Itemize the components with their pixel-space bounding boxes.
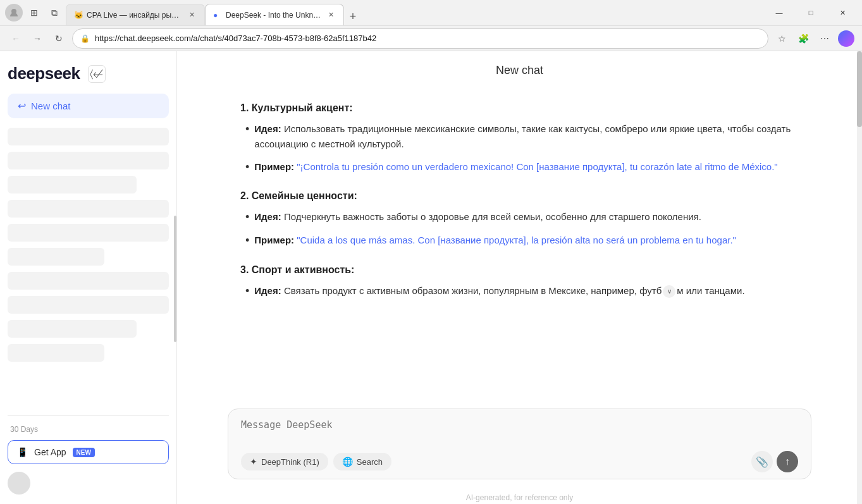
deepthink-label: DeepThink (R1) (261, 457, 319, 467)
thirty-days-label: 30 Days (8, 424, 169, 435)
sidebar-logo: deepseek 〈↚ (8, 61, 169, 86)
search-label: Search (357, 457, 383, 467)
history-item[interactable] (8, 344, 104, 362)
section2-item1-text: Идея: Подчеркнуть важность заботы о здор… (254, 209, 701, 224)
deepthink-button[interactable]: ✦ DeepThink (R1) (241, 453, 328, 470)
tab1-title: CPA Live — инсайды рынка (87, 11, 183, 20)
bullet-icon: • (245, 233, 249, 249)
search-icon: 🌐 (342, 457, 353, 467)
section-sport: 3. Спорт и активность: • Идея: Связать п… (240, 264, 799, 299)
history-item[interactable] (8, 176, 137, 194)
ai-disclaimer: AI-generated, for reference only (177, 489, 862, 504)
history-item[interactable] (8, 296, 169, 314)
expand-icon[interactable]: ∨ (663, 285, 675, 298)
input-right-actions: 📎 ↑ (751, 451, 798, 472)
user-avatar[interactable] (8, 472, 30, 495)
section3-heading: 3. Спорт и активность: (240, 264, 799, 276)
close-button[interactable]: ✕ (828, 3, 857, 23)
section2-item2-text: Пример: "Cuida a los que más amas. Con [… (254, 233, 736, 248)
bullet-icon: • (245, 209, 249, 225)
minimize-button[interactable]: — (765, 3, 794, 23)
section1-item1: • Идея: Использовать традиционные мексик… (245, 121, 799, 152)
history-item[interactable] (8, 152, 169, 169)
section2-item1: • Идея: Подчеркнуть важность заботы о зд… (245, 209, 799, 225)
history-item[interactable] (8, 128, 169, 145)
idea-label: Идея: (254, 211, 281, 222)
collapse-icon: 〈↚ (90, 68, 103, 80)
chat-area: 1. Культурный акцент: • Идея: Использова… (177, 90, 862, 401)
sidebar-bottom: 30 Days 📱 Get App NEW (8, 415, 169, 495)
refresh-button[interactable]: ↻ (51, 30, 67, 47)
browser-tab-1[interactable]: 🐱 CPA Live — инсайды рынка ✕ (66, 4, 205, 25)
input-actions: ✦ DeepThink (R1) 🌐 Search 📎 ↑ (241, 451, 798, 472)
new-tab-button[interactable]: + (344, 8, 362, 25)
bullet-icon: • (245, 159, 249, 175)
section2-item2: • Пример: "Cuida a los que más amas. Con… (245, 233, 799, 249)
tab2-title: DeepSeek - Into the Unknown (226, 11, 322, 20)
browser-tab-2[interactable]: ● DeepSeek - Into the Unknown ✕ (205, 4, 344, 25)
example-label: Пример: (254, 161, 294, 172)
browser-menu-icon[interactable]: ⊞ (25, 4, 43, 22)
main-title: New chat (496, 64, 543, 77)
new-chat-button[interactable]: ↩ New chat (8, 94, 169, 118)
browser-addressbar: ← → ↻ 🔒 https://chat.deepseek.com/a/chat… (0, 25, 862, 51)
send-button[interactable]: ↑ (777, 451, 798, 472)
search-button[interactable]: 🌐 Search (333, 453, 391, 470)
tab2-favicon: ● (213, 11, 222, 20)
section3-item1-text: Идея: Связать продукт с активным образом… (254, 283, 744, 298)
idea-label: Идея: (254, 123, 281, 134)
section-family: 2. Семейные ценности: • Идея: Подчеркнут… (240, 190, 799, 249)
logo-text: deepseek (8, 64, 80, 83)
history-item[interactable] (8, 248, 104, 266)
get-app-button[interactable]: 📱 Get App NEW (8, 440, 169, 464)
phone-icon: 📱 (17, 447, 28, 457)
address-bar[interactable]: 🔒 https://chat.deepseek.com/a/chat/s/40d… (72, 28, 768, 49)
forward-button[interactable]: → (29, 30, 46, 47)
tab1-favicon: 🐱 (74, 11, 83, 20)
section1-list: • Идея: Использовать традиционные мексик… (240, 121, 799, 175)
bullet-icon: • (245, 283, 249, 299)
extension-icon[interactable]: 🧩 (795, 30, 811, 47)
input-area: ✦ DeepThink (R1) 🌐 Search 📎 ↑ (177, 401, 862, 489)
new-badge: NEW (73, 448, 95, 457)
window-controls: — □ ✕ (765, 3, 857, 23)
message-input[interactable] (241, 418, 798, 443)
history-item[interactable] (8, 224, 169, 242)
input-box: ✦ DeepThink (R1) 🌐 Search 📎 ↑ (228, 409, 811, 479)
browser-more-icon[interactable]: ⋯ (816, 30, 833, 47)
sidebar: deepseek 〈↚ ↩ New chat 30 Days 📱 (0, 51, 177, 504)
bullet-icon: • (245, 121, 249, 137)
history-item[interactable] (8, 200, 169, 218)
section1-heading: 1. Культурный акцент: (240, 102, 799, 114)
profile-icon[interactable] (838, 30, 854, 47)
history-item[interactable] (8, 320, 137, 338)
main-header: New chat (177, 51, 862, 90)
sidebar-collapse-button[interactable]: 〈↚ (88, 65, 106, 83)
history-item[interactable] (8, 272, 169, 290)
example-label: Пример: (254, 235, 294, 245)
app-container: deepseek 〈↚ ↩ New chat 30 Days 📱 (0, 51, 862, 504)
browser-tabs: 🐱 CPA Live — инсайды рынка ✕ ● DeepSeek … (66, 0, 762, 25)
new-chat-icon: ↩ (18, 100, 26, 112)
deepthink-icon: ✦ (250, 457, 257, 467)
browser-tab-manage-icon[interactable]: ⧉ (46, 4, 63, 22)
sidebar-scrollbar[interactable] (174, 216, 176, 342)
new-chat-label: New chat (31, 101, 71, 111)
back-button[interactable]: ← (8, 30, 24, 47)
get-app-label: Get App (34, 447, 66, 457)
bookmark-icon[interactable]: ☆ (773, 30, 790, 47)
section3-item1: • Идея: Связать продукт с активным образ… (245, 283, 799, 299)
browser-chrome: ⊞ ⧉ 🐱 CPA Live — инсайды рынка ✕ ● DeepS… (0, 0, 862, 51)
main-content: New chat 1. Культурный акцент: • Идея: И… (177, 51, 862, 504)
section-cultural: 1. Культурный акцент: • Идея: Использова… (240, 102, 799, 175)
attach-button[interactable]: 📎 (751, 451, 773, 472)
idea-label: Идея: (254, 285, 281, 296)
section1-item1-text: Идея: Использовать традиционные мексикан… (254, 121, 799, 152)
section1-item2: • Пример: "¡Controla tu presión como un … (245, 159, 799, 175)
maximize-button[interactable]: □ (796, 3, 825, 23)
section2-heading: 2. Семейные ценности: (240, 190, 799, 202)
browser-avatar-icon (5, 4, 23, 22)
url-text: https://chat.deepseek.com/a/chat/s/40d73… (95, 34, 760, 43)
tab1-close-icon[interactable]: ✕ (187, 10, 197, 20)
tab2-close-icon[interactable]: ✕ (326, 10, 336, 20)
